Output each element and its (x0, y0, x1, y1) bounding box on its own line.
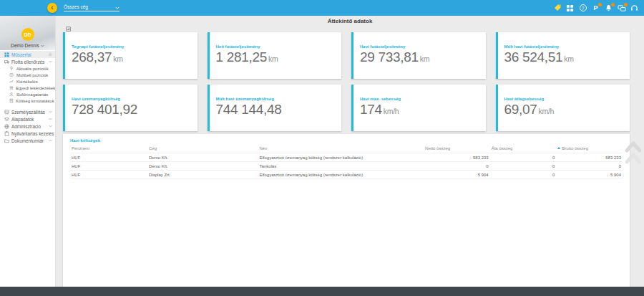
sidebar-item-multbeli-poziciok[interactable]: Múltbeli pozíciók (0, 72, 55, 78)
sidebar-item-dokumentumtar[interactable]: Dokumentumtár (0, 137, 55, 144)
chevron-down-icon (49, 125, 52, 128)
screens-icon[interactable] (617, 4, 626, 13)
dashboard-icon (4, 52, 9, 57)
kpi-card-havi-futas: Havi futásteljesítmény 29 733,81km (351, 32, 486, 79)
globe-icon (4, 124, 9, 129)
kpi-number: 268,37 (72, 49, 112, 65)
cell-afa: 0 (490, 171, 557, 179)
kpi-value: 728 401,92 (72, 102, 193, 118)
list-icon (9, 85, 14, 90)
cell-ceg: Demo Kft. (147, 162, 258, 171)
bus-icon (4, 110, 9, 115)
cell-penznem: HUF (70, 153, 147, 162)
cell-nev: Elfogyasztott üzemanyag költség (rendsze… (258, 153, 424, 162)
profile-header: DD Demo Dennis (0, 16, 55, 50)
company-select[interactable]: Összes cég (64, 4, 119, 11)
sidebar-item-adminisztracio[interactable]: Adminisztráció (0, 123, 55, 130)
kpi-card-havi-atlagsebesseg: Havi átlagsebesség 69,07km/h (496, 85, 630, 131)
table-title: Havi költségek (70, 138, 623, 143)
apps-grid-icon[interactable] (565, 4, 575, 13)
sidebar-item-koltseg-kimutatasok[interactable]: Költség kimutatások (0, 97, 55, 104)
sidebar-item-label: Adminisztráció (11, 124, 41, 129)
kpi-number: 174 (360, 102, 382, 117)
avatar[interactable]: DD (21, 28, 34, 41)
cell-brutto: 0 (556, 162, 623, 171)
driver-person-icon (9, 92, 14, 97)
sidebar-item-label: Dokumentumtár (11, 138, 44, 143)
kpi-number: 744 144,48 (216, 102, 282, 117)
sidebar-nav: Műszerfal ☆ Flotta ellenőrzés Aktuális p… (0, 50, 55, 144)
cell-netto: 0 (424, 162, 490, 171)
footer-bar (0, 287, 644, 296)
table-row[interactable]: HUF Demo Kft. Elfogyasztott üzemanyag kö… (70, 153, 623, 162)
sidebar-item-flotta-ellenorzes[interactable]: Flotta ellenőrzés (0, 58, 55, 65)
kpi-value: 29 733,81km (360, 49, 482, 65)
table-header-row: Pénznem Cég Név Nettó összeg Áfa összeg … (70, 145, 623, 153)
chevron-down-icon (49, 118, 52, 120)
kpi-title: Múlt havi futásteljesítmény (504, 44, 626, 49)
kpi-unit: km/h (539, 107, 555, 115)
cell-ceg: Display Zrt. (147, 171, 258, 179)
sidebar-item-muszerfal[interactable]: Műszerfal ☆ (0, 51, 55, 58)
kpi-card-havi-max-sebesseg: Havi max. sebesség 174km/h (351, 85, 486, 131)
table-row[interactable]: HUF Display Zrt. Elfogyasztott üzemanyag… (70, 171, 623, 179)
sort-asc-icon (557, 147, 560, 149)
kpi-number: 728 401,92 (72, 102, 137, 117)
scroll-top-button[interactable] (624, 139, 643, 169)
column-header-ceg[interactable]: Cég (147, 145, 258, 153)
support-headset-icon[interactable] (630, 4, 639, 13)
favorite-star-icon[interactable]: ☆ (48, 52, 52, 57)
kpi-value: 1 281,25km (216, 49, 338, 65)
sidebar-item-nyilvantartas-kezeles[interactable]: Nyilvántartás kezelés (0, 130, 55, 137)
sidebar-collapse-button[interactable]: ‹ (47, 3, 57, 13)
cell-penznem: HUF (70, 171, 147, 179)
cell-ceg: Demo Kft. (147, 153, 258, 162)
chevron-down-icon (54, 132, 57, 135)
column-header-brutto[interactable]: Bruttó összeg (556, 145, 623, 153)
kpi-title: Havi átlagsebesség (504, 97, 626, 101)
sidebar-item-egyedi-lekerdezesek[interactable]: Egyedi lekérdezések (0, 85, 55, 91)
kpi-title: Heti futásteljesítmény (216, 44, 338, 49)
column-header-afa[interactable]: Áfa összeg (490, 145, 557, 153)
sidebar-item-szemelyszallitas[interactable]: Személyszállítás (0, 108, 55, 115)
cell-nev: Tankolás (258, 162, 424, 171)
truck-icon (4, 59, 9, 65)
column-header-penznem[interactable]: Pénznem (70, 145, 147, 153)
document-icon (9, 98, 14, 103)
kpi-card-mult-havi-uzemanyag: Múlt havi üzemanyagköltség 744 144,48 (208, 85, 342, 131)
sidebar-item-kiertekeles[interactable]: Kiértékelés (0, 78, 55, 85)
sidebar-item-label: Személyszállítás (11, 110, 45, 115)
cell-netto: 5 904 (424, 171, 490, 179)
profile-name-menu[interactable]: Demo Dennis (11, 43, 44, 48)
cell-nev: Elfogyasztott üzemanyag költség (rendsze… (258, 171, 424, 179)
tag-icon[interactable] (552, 4, 562, 13)
table-row[interactable]: HUF Demo Kft. Tankolás 0 0 0 (70, 162, 623, 171)
parking-icon[interactable]: P (591, 4, 600, 13)
kpi-card-tegnapi-futas: Tegnapi futásteljesítmény 268,37km (63, 32, 197, 79)
kpi-number: 1 281,25 (216, 49, 268, 65)
sidebar-item-label: Alapadatok (11, 117, 34, 122)
sidebar-item-alapadatok[interactable]: Alapadatok (0, 115, 55, 123)
sidebar-item-label: Flotta ellenőrzés (11, 59, 44, 65)
monthly-costs-table: Pénznem Cég Név Nettó összeg Áfa összeg … (70, 145, 623, 179)
chevron-down-icon (115, 6, 119, 9)
add-widget-icon[interactable] (66, 27, 71, 32)
column-header-netto[interactable]: Nettó összeg (424, 145, 490, 153)
sidebar-item-label: Aktuális pozíciók (16, 67, 49, 71)
chevron-up-icon (624, 139, 643, 168)
cell-netto: 583 233 (424, 153, 490, 162)
kpi-number: 69,07 (504, 102, 537, 117)
column-header-nev[interactable]: Név (258, 145, 424, 153)
kpi-title: Havi futásteljesítmény (360, 44, 482, 49)
sidebar-item-label: Sofőrmagatartás (16, 92, 48, 97)
help-icon[interactable]: ? (578, 4, 587, 13)
sidebar-item-label: Kiértékelés (16, 80, 38, 84)
kpi-number: 29 733,81 (360, 49, 419, 65)
sidebar-item-aktualis-poziciok[interactable]: Aktuális pozíciók (0, 65, 55, 72)
kpi-number: 36 524,51 (504, 49, 563, 65)
cell-brutto: 583 233 (556, 153, 623, 162)
topbar: ‹ Összes cég ? P (0, 0, 644, 16)
kpi-unit: km (420, 54, 429, 63)
sidebar-item-soformagatartas[interactable]: Sofőrmagatartás (0, 91, 55, 97)
notifications-icon[interactable] (604, 4, 613, 13)
